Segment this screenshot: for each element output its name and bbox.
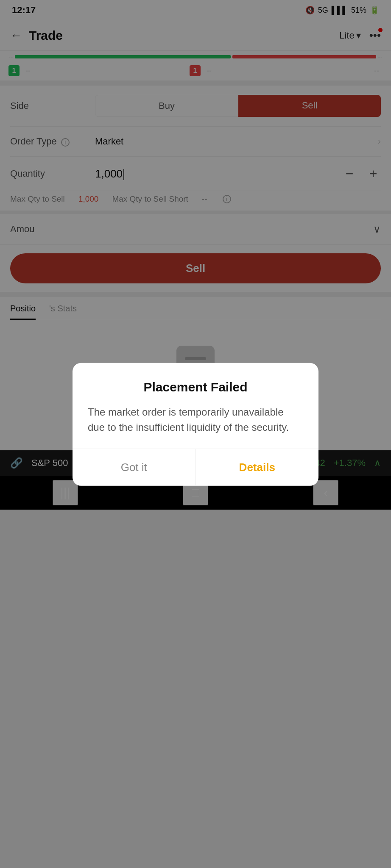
placement-failed-modal: Placement Failed The market order is tem… [73,363,318,485]
modal-title: Placement Failed [88,380,303,394]
modal-message: The market order is temporarily unavaila… [88,404,303,435]
modal-details-button[interactable]: Details [196,449,319,485]
modal-actions: Got it Details [73,448,318,485]
modal-body: Placement Failed The market order is tem… [73,363,318,448]
modal-got-it-button[interactable]: Got it [73,449,196,485]
